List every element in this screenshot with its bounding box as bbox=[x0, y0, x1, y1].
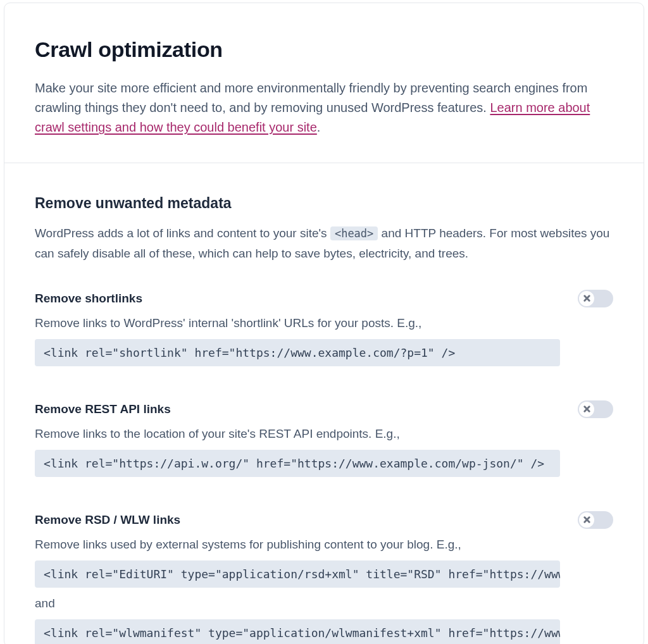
and-text: and bbox=[35, 588, 613, 619]
code-example: <link rel="https://api.w.org/" href="htt… bbox=[35, 450, 560, 477]
metadata-section: Remove unwanted metadata WordPress adds … bbox=[4, 163, 644, 271]
setting-title: Remove REST API links bbox=[35, 402, 171, 416]
setting-header: Remove REST API links bbox=[35, 400, 613, 418]
code-example-1: <link rel="EditURI" type="application/rs… bbox=[35, 560, 560, 588]
toggle-knob bbox=[579, 402, 594, 417]
x-icon bbox=[583, 406, 590, 412]
toggle-knob bbox=[579, 291, 594, 306]
setting-title: Remove RSD / WLW links bbox=[35, 513, 180, 527]
code-example-2: <link rel="wlwmanifest" type="applicatio… bbox=[35, 619, 560, 644]
setting-header: Remove shortlinks bbox=[35, 290, 613, 307]
toggle-remove-rest-api[interactable] bbox=[578, 400, 613, 418]
section-title: Remove unwanted metadata bbox=[35, 195, 613, 212]
setting-desc: Remove links to the location of your sit… bbox=[35, 427, 613, 441]
setting-remove-shortlinks: Remove shortlinks Remove links to WordPr… bbox=[4, 271, 644, 366]
setting-remove-rsd-wlw: Remove RSD / WLW links Remove links used… bbox=[4, 477, 644, 644]
crawl-optimization-card: Crawl optimization Make your site more e… bbox=[4, 3, 644, 644]
desc-before: WordPress adds a lot of links and conten… bbox=[35, 226, 330, 240]
page-lead: Make your site more efficient and more e… bbox=[35, 78, 613, 137]
header-section: Crawl optimization Make your site more e… bbox=[4, 3, 644, 163]
setting-desc: Remove links to WordPress' internal 'sho… bbox=[35, 316, 613, 330]
setting-desc: Remove links used by external systems fo… bbox=[35, 538, 613, 552]
toggle-remove-rsd-wlw[interactable] bbox=[578, 511, 613, 529]
setting-title: Remove shortlinks bbox=[35, 292, 142, 306]
setting-remove-rest-api: Remove REST API links Remove links to th… bbox=[4, 366, 644, 477]
lead-text-after: . bbox=[317, 120, 321, 134]
setting-header: Remove RSD / WLW links bbox=[35, 511, 613, 529]
toggle-remove-shortlinks[interactable] bbox=[578, 290, 613, 307]
code-example: <link rel="shortlink" href="https://www.… bbox=[35, 339, 560, 366]
x-icon bbox=[583, 295, 590, 302]
inline-code-head: <head> bbox=[330, 226, 378, 240]
x-icon bbox=[583, 516, 590, 523]
section-desc: WordPress adds a lot of links and conten… bbox=[35, 223, 613, 264]
page-title: Crawl optimization bbox=[35, 37, 613, 62]
toggle-knob bbox=[579, 512, 594, 528]
